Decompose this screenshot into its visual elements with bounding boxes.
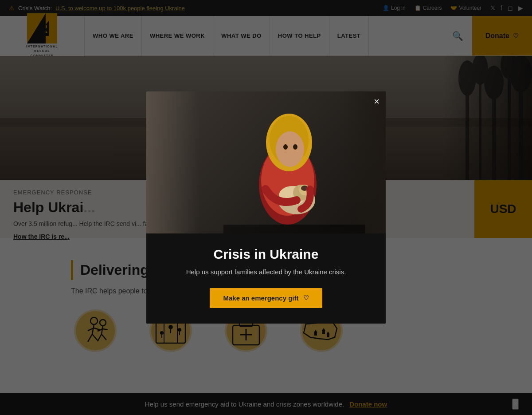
svg-rect-63 [223, 225, 365, 233]
modal-overlay[interactable]: × [0, 0, 532, 415]
modal-heart-icon: ♡ [303, 294, 309, 301]
modal-subtitle: Help us support families affected by the… [164, 267, 368, 277]
svg-point-56 [283, 144, 288, 150]
modal-image [146, 91, 386, 233]
modal-body: Crisis in Ukraine Help us support famili… [146, 233, 386, 324]
svg-point-57 [293, 144, 297, 150]
emergency-gift-button[interactable]: Make an emergency gift ♡ [210, 288, 322, 308]
modal-close-button[interactable]: × [374, 97, 379, 107]
modal-title: Crisis in Ukraine [164, 247, 368, 262]
curtain-left [146, 91, 200, 233]
donation-modal: × [146, 91, 386, 324]
svg-point-55 [276, 131, 304, 167]
person-with-dog-illustration [223, 91, 365, 233]
